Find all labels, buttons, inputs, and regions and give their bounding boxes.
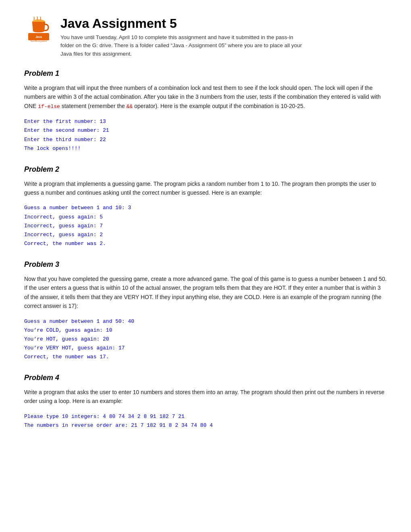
code-line: Correct, the number was 2. xyxy=(24,239,387,248)
problem3-section: Problem 3 Now that you have completed th… xyxy=(24,260,387,362)
code-line: Correct, the number was 17. xyxy=(24,353,387,362)
code-line: The numbers in reverse order are: 21 7 1… xyxy=(24,421,387,430)
problem1-desc-part3: operator). Here is the example output if… xyxy=(133,103,305,109)
problem2-description: Write a program that implements a guessi… xyxy=(24,179,387,197)
problem4-section: Problem 4 Write a program that asks the … xyxy=(24,374,387,431)
problem2-code: Guess a number between 1 and 10: 3 Incor… xyxy=(24,203,387,249)
problem4-code: Please type 10 integers: 4 80 74 34 2 8 … xyxy=(24,411,387,431)
code-line: Enter the first number: 13 xyxy=(24,117,387,126)
code-line: You’re HOT, guess again: 20 xyxy=(24,335,387,344)
code-line: Guess a number between 1 and 50: 40 xyxy=(24,317,387,326)
code-line: Guess a number between 1 and 10: 3 xyxy=(24,204,387,212)
page-title: Java Assignment 5 xyxy=(60,16,302,31)
code-line: You’re COLD, guess again: 10 xyxy=(24,326,387,335)
svg-text:Java: Java xyxy=(35,35,42,38)
code-line: The lock opens!!!! xyxy=(24,144,387,153)
code-line: Incorrect, guess again: 2 xyxy=(24,231,387,239)
problem3-title: Problem 3 xyxy=(24,260,387,269)
problem4-description: Write a program that asks the user to en… xyxy=(24,388,387,406)
subtitle: You have until Tuesday, April 10 to comp… xyxy=(60,33,302,58)
subtitle-line1: You have until Tuesday, April 10 to comp… xyxy=(60,34,293,40)
java-logo: Java Sun Microsystems xyxy=(24,16,53,45)
problem1-code: Enter the first number: 13 Enter the sec… xyxy=(24,116,387,154)
page-header: Java Sun Microsystems Java Assignment 5 … xyxy=(24,16,387,58)
problem1-section: Problem 1 Write a program that will inpu… xyxy=(24,69,387,154)
code-line: You’re VERY HOT, guess again: 17 xyxy=(24,344,387,353)
problem3-description: Now that you have completed the guessing… xyxy=(24,274,387,311)
problem3-code: Guess a number between 1 and 50: 40 You’… xyxy=(24,316,387,362)
problem1-description: Write a program that will input the thre… xyxy=(24,83,387,111)
problem1-desc-part2: statement (remember the xyxy=(60,103,127,109)
code-line: Incorrect, guess again: 7 xyxy=(24,222,387,231)
svg-text:Sun Microsystems: Sun Microsystems xyxy=(31,40,47,42)
code-line: Incorrect, guess again: 5 xyxy=(24,213,387,222)
code-line: Enter the third number: 22 xyxy=(24,135,387,144)
subtitle-line3: Java files for this assignment. xyxy=(60,51,132,57)
code-line: Please type 10 integers: 4 80 74 34 2 8 … xyxy=(24,412,387,421)
problem2-section: Problem 2 Write a program that implement… xyxy=(24,165,387,249)
code-line: Enter the second number: 21 xyxy=(24,126,387,135)
header-text-block: Java Assignment 5 You have until Tuesday… xyxy=(60,16,302,58)
problem2-title: Problem 2 xyxy=(24,165,387,174)
subtitle-line2: folder on the G: drive. There is a folde… xyxy=(60,42,302,48)
problem1-title: Problem 1 xyxy=(24,69,387,78)
inline-if-else: if-else xyxy=(38,104,60,110)
inline-and-operator: && xyxy=(127,104,133,110)
problem4-title: Problem 4 xyxy=(24,374,387,382)
